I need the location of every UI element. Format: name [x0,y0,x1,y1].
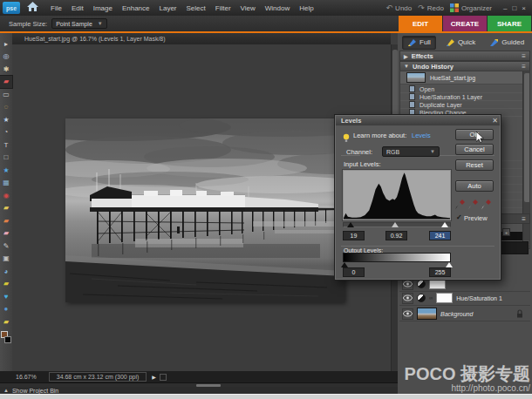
menu-item[interactable]: Enhance [122,4,150,12]
layer-row-hue-saturation[interactable]: ∞ Hue/Saturation 1 [399,291,530,306]
visibility-eye-icon[interactable] [402,308,413,320]
reset-button[interactable]: Reset [455,159,494,171]
output-levels-gradient[interactable] [343,253,451,262]
zoom-tool[interactable]: ◎ [0,51,12,64]
sample-size-dropdown[interactable]: Point Sample▼ [51,18,107,29]
organizer-button[interactable]: Organizer [450,3,492,12]
white-point-eyedropper-icon[interactable] [481,200,491,210]
marquee-tool[interactable]: ▭ [0,88,12,101]
project-bin-toggle-icon[interactable]: ▲ [3,388,9,393]
paint-bucket-tool[interactable]: ◕ [0,265,12,278]
menu-item[interactable]: File [51,4,62,12]
zoom-level[interactable]: 16.67% [16,374,37,380]
input-gamma-slider[interactable] [392,222,399,227]
scroll-thumb[interactable] [524,73,530,202]
dialog-title-bar[interactable]: Levels [336,116,500,125]
menu-item[interactable]: Select [187,4,206,12]
lasso-tool[interactable]: ◌ [0,101,12,114]
gradient-tool[interactable]: ▰ [0,278,12,291]
gray-point-eyedropper-icon[interactable] [468,200,478,210]
preview-checkbox[interactable]: ✓ [456,213,462,221]
edit-mode-guided-button[interactable]: Guided [485,37,529,49]
black-point-eyedropper-icon[interactable] [455,200,465,210]
move-tool[interactable]: ▸ [0,37,12,51]
create[interactable]: CREATE [443,16,487,31]
panel-menu-icon[interactable]: ≡ [522,215,526,223]
recompose-tool[interactable]: ▦ [0,177,12,190]
layer-mask-thumbnail[interactable] [436,293,453,303]
crop-tool[interactable]: □ [0,152,12,165]
history-item[interactable]: Hue/Saturation 1 Layer [400,93,522,101]
edit[interactable]: EDIT [399,16,442,31]
share[interactable]: SHARE [488,16,531,31]
document-title-bar[interactable]: HueSat_start.jpg @ 16.7% (Levels 1, Laye… [12,33,391,44]
input-gamma-value[interactable]: 0.92 [385,231,407,240]
input-white-slider[interactable] [441,222,448,227]
menu-item[interactable]: Help [299,4,313,12]
menu-item[interactable]: Window [265,4,290,12]
photo-pier-grayscale[interactable] [65,118,344,302]
quick-edit-icon [446,38,455,47]
accent-divider [0,31,532,33]
input-black-value[interactable]: 19 [343,231,365,240]
input-black-slider[interactable] [347,222,354,227]
brush-tool[interactable]: ✎ [0,240,12,253]
history-item[interactable]: Duplicate Layer [400,101,522,109]
close-button[interactable]: × [522,4,527,12]
magic-wand-tool[interactable]: ★ [0,113,12,126]
history-step-icon [409,85,415,92]
menu-item[interactable]: Layer [160,4,177,12]
visibility-eye-icon[interactable] [402,293,413,304]
home-icon[interactable] [27,0,38,16]
panel-menu-icon[interactable]: ≡ [522,63,526,71]
edit-mode-quick-button[interactable]: Quick [441,37,480,49]
auto-button[interactable]: Auto [455,180,494,192]
eraser-tool[interactable]: ▰ [0,227,12,240]
status-options-arrow-icon[interactable]: ▶ [152,374,156,380]
undo-button[interactable]: ↶Undo [386,3,413,12]
tools-palette: ▸◎✱▰▭◌★◔T□★▦◉▰▰▰✎▣◕▰♥●▰ [0,33,12,394]
edit-mode-full-button[interactable]: Full [402,36,436,50]
input-white-value[interactable]: 241 [429,231,451,240]
color-swatches[interactable] [0,330,12,346]
output-black-value[interactable]: 0 [343,267,365,277]
history-document-row[interactable]: HueSat_start.jpg [400,71,530,85]
project-bin-bar[interactable]: ▲ Show Project Bin [0,387,398,394]
maximize-button[interactable]: □ [512,4,517,12]
panel-menu-icon[interactable]: ≡ [522,52,526,60]
shape-tool[interactable]: ♥ [0,290,12,303]
layer-thumbnail[interactable] [417,308,437,320]
output-white-value[interactable]: 255 [429,267,451,277]
background-color-swatch[interactable] [4,336,11,343]
cookie-cutter-tool[interactable]: ★ [0,164,12,177]
sponge-tool[interactable]: ▰ [0,315,12,328]
menu-item[interactable]: Image [93,4,113,12]
eyedropper-tool[interactable]: ▰ [0,76,12,89]
cancel-button[interactable]: Cancel [455,144,494,155]
healing-brush-tool[interactable]: ▰ [0,202,12,215]
clone-stamp-tool[interactable]: ▣ [0,253,12,266]
minimize-button[interactable]: – [503,4,508,12]
red-eye-tool[interactable]: ◉ [0,189,12,202]
redo-button[interactable]: ↷Redo [418,3,444,12]
type-tool[interactable]: T [0,139,12,152]
channel-dropdown[interactable]: RGB▼ [382,146,440,157]
menu-item[interactable]: Filter [215,4,231,12]
history-item[interactable]: Open [400,85,522,93]
layer-name[interactable]: Background [440,311,473,317]
smart-brush-tool[interactable]: ▰ [0,214,12,227]
layer-row-background[interactable]: Background [399,307,530,321]
dialog-close-icon[interactable]: ✕ [492,116,498,125]
effects-panel-header[interactable]: ▶ Effects ≡ [399,51,530,61]
learn-more-link[interactable]: Levels [412,132,431,139]
ok-button[interactable]: OK [455,129,494,140]
menu-item[interactable]: View [241,4,256,12]
document-thumbnail [406,72,426,83]
hand-tool[interactable]: ✱ [0,63,12,76]
blur-tool[interactable]: ● [0,303,12,316]
quick-selection-tool[interactable]: ◔ [0,126,12,139]
layers-panel-option-icon[interactable]: + [502,228,510,236]
menu-item[interactable]: Edit [72,4,84,12]
layer-name[interactable]: Hue/Saturation 1 [456,295,502,301]
levels-histogram [343,170,451,220]
